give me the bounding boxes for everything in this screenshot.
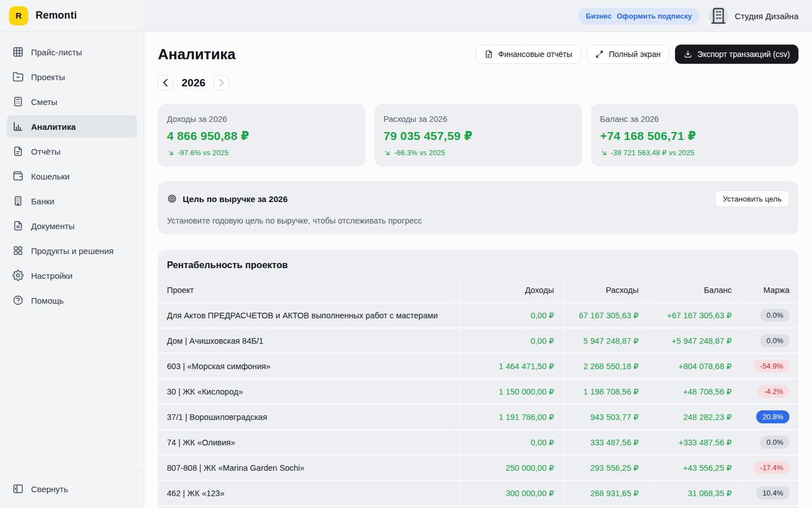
sidebar-item-banks[interactable]: Банки xyxy=(7,190,137,212)
stat-card: Баланс за 2026 +74 168 506,71 ₽ -39 721 … xyxy=(591,104,798,167)
margin-badge: 0.0% xyxy=(760,436,789,449)
sidebar-item-help[interactable]: Помощь xyxy=(7,289,137,312)
stat-card: Расходы за 2026 79 035 457,59 ₽ -66.3% v… xyxy=(374,104,582,167)
cell-income: 300 000,00 ₽ xyxy=(459,480,563,506)
sidebar-item-products[interactable]: Продукты и решения xyxy=(7,239,137,262)
main-area: Бизнес Оформить подписку Студия Дизайна … xyxy=(144,0,812,508)
table-row[interactable]: Дом | Ачишховская 84Б/1 0,00 ₽ 5 947 248… xyxy=(158,328,798,353)
sidebar-item-reports[interactable]: Отчёты xyxy=(7,140,137,163)
app-root: R Remonti Прайс-листы Проекты Сметы Анал… xyxy=(0,0,812,508)
cell-income: 250 000,00 ₽ xyxy=(459,455,563,480)
table-row[interactable]: 74 | ЖК «Оливия» 0,00 ₽ 333 487,56 ₽ +33… xyxy=(158,430,798,455)
profitability-title: Рентабельность проектов xyxy=(158,260,798,279)
cell-balance: +260 407,30 ₽ xyxy=(648,506,741,508)
cell-expense: 5 947 248,87 ₽ xyxy=(563,328,648,353)
sidebar-item-settings[interactable]: Настройки xyxy=(7,264,137,287)
cell-margin: 10.4% xyxy=(741,480,798,506)
expand-icon xyxy=(595,50,604,59)
cell-margin: -4.2% xyxy=(741,379,798,404)
cell-balance: +5 947 248,87 ₽ xyxy=(648,328,741,353)
export-transactions-button[interactable]: Экспорт транзакций (csv) xyxy=(675,45,798,64)
table-row[interactable]: 269 | ЖК Кислород 0,00 ₽ 260 407,30 ₽ +2… xyxy=(158,506,798,508)
cell-project: 462 | ЖК «123» xyxy=(158,480,459,506)
cell-margin: 0.0% xyxy=(741,328,798,353)
page-head: Аналитика Финансовые отчёты Полный экран… xyxy=(158,45,798,64)
cell-margin: -54.9% xyxy=(741,353,798,379)
stat-label: Доходы за 2026 xyxy=(167,115,356,124)
sidebar-item-label: Аналитика xyxy=(31,122,76,132)
column-balance: Баланс xyxy=(648,279,741,303)
cell-margin: -17.4% xyxy=(741,455,798,480)
table-row[interactable]: 807-808 | ЖК «Marina Garden Sochi» 250 0… xyxy=(158,455,798,480)
year-prev-button[interactable] xyxy=(158,75,173,90)
cell-expense: 260 407,30 ₽ xyxy=(563,506,648,508)
table-row[interactable]: 30 | ЖК «Кислород» 1 150 000,00 ₽ 1 198 … xyxy=(158,379,798,404)
arrow-down-right-icon xyxy=(383,149,391,157)
grid-table-icon xyxy=(12,46,24,58)
stat-change-text: -39 721 563,48 ₽ vs 2025 xyxy=(611,148,695,157)
year-label: 2026 xyxy=(182,77,205,89)
topbar: Бизнес Оформить подписку Студия Дизайна xyxy=(144,0,812,32)
brand: R Remonti xyxy=(0,0,144,32)
sidebar-collapse-label: Свернуть xyxy=(31,484,68,494)
subscription-badge[interactable]: Бизнес Оформить подписку xyxy=(578,8,700,24)
margin-badge: 10.4% xyxy=(756,487,789,500)
cell-margin: 0.0% xyxy=(741,303,798,328)
cell-balance: +43 556,25 ₽ xyxy=(648,455,741,480)
stat-change: -97.6% vs 2025 xyxy=(167,148,356,157)
column-income: Доходы xyxy=(459,279,563,303)
goal-title: Цель по выручке за 2026 xyxy=(183,194,288,204)
bar-chart-icon xyxy=(12,121,24,132)
stat-label: Баланс за 2026 xyxy=(600,115,789,124)
cell-expense: 943 503,77 ₽ xyxy=(563,404,648,430)
sidebar-item-documents[interactable]: Документы xyxy=(7,214,137,237)
set-goal-button[interactable]: Установить цель xyxy=(715,190,789,207)
sidebar-item-analytics[interactable]: Аналитика xyxy=(7,115,137,138)
chevron-left-icon xyxy=(158,76,173,90)
sidebar-item-label: Прайс-листы xyxy=(31,47,82,57)
cell-income: 0,00 ₽ xyxy=(459,303,563,328)
table-header-row: Проект Доходы Расходы Баланс Маржа xyxy=(158,279,798,303)
column-project: Проект xyxy=(158,279,459,303)
fullscreen-button[interactable]: Полный экран xyxy=(586,45,669,64)
chevron-right-icon xyxy=(214,76,228,90)
sidebar-item-label: Отчёты xyxy=(31,147,60,156)
table-row[interactable]: 462 | ЖК «123» 300 000,00 ₽ 268 931,65 ₽… xyxy=(158,480,798,506)
sidebar-collapse-button[interactable]: Свернуть xyxy=(7,478,137,500)
cell-project: 30 | ЖК «Кислород» xyxy=(158,379,459,404)
margin-badge: 0.0% xyxy=(760,309,789,322)
sidebar-nav: Прайс-листы Проекты Сметы Аналитика Отчё… xyxy=(0,32,144,471)
financial-reports-button[interactable]: Финансовые отчёты xyxy=(476,45,581,64)
stats-row: Доходы за 2026 4 866 950,88 ₽ -97.6% vs … xyxy=(158,104,798,167)
page-title: Аналитика xyxy=(158,46,236,63)
sidebar-item-label: Продукты и решения xyxy=(31,246,113,256)
account-avatar xyxy=(709,6,728,25)
document-icon xyxy=(12,220,24,231)
table-row[interactable]: 37/1 | Ворошиловградская 1 191 786,00 ₽ … xyxy=(158,404,798,430)
margin-badge: 20.8% xyxy=(756,410,789,423)
download-icon xyxy=(683,50,692,59)
cell-balance: +333 487,56 ₽ xyxy=(648,430,741,455)
cell-expense: 1 198 708,56 ₽ xyxy=(563,379,648,404)
sidebar-item-price-lists[interactable]: Прайс-листы xyxy=(7,41,137,63)
account-menu[interactable]: Студия Дизайна xyxy=(709,6,798,25)
page-actions: Финансовые отчёты Полный экран Экспорт т… xyxy=(476,45,799,64)
stat-change: -66.3% vs 2025 xyxy=(383,148,573,157)
cell-expense: 2 268 550,18 ₽ xyxy=(563,353,648,379)
subscribe-link[interactable]: Оформить подписку xyxy=(617,12,692,20)
stat-change: -39 721 563,48 ₽ vs 2025 xyxy=(600,148,789,157)
arrow-down-right-icon xyxy=(167,149,175,157)
sidebar-item-projects[interactable]: Проекты xyxy=(7,65,137,88)
table-row[interactable]: 603 | «Морская симфония» 1 464 471,50 ₽ … xyxy=(158,353,798,379)
table-row[interactable]: Для Актов ПРЕДРАСЧЕТОВ и АКТОВ выполненн… xyxy=(158,303,798,328)
sidebar-item-estimates[interactable]: Сметы xyxy=(7,90,137,113)
column-margin: Маржа xyxy=(741,279,798,303)
sidebar: R Remonti Прайс-листы Проекты Сметы Анал… xyxy=(0,0,144,508)
profitability-card: Рентабельность проектов Проект Доходы Ра… xyxy=(158,250,798,508)
stat-value: 4 866 950,88 ₽ xyxy=(167,129,356,143)
goal-description: Установите годовую цель по выручке, чтоб… xyxy=(167,216,789,225)
year-next-button[interactable] xyxy=(214,75,229,90)
folder-icon xyxy=(12,71,24,82)
sidebar-item-wallets[interactable]: Кошельки xyxy=(7,165,137,187)
stat-value: 79 035 457,59 ₽ xyxy=(383,129,573,143)
